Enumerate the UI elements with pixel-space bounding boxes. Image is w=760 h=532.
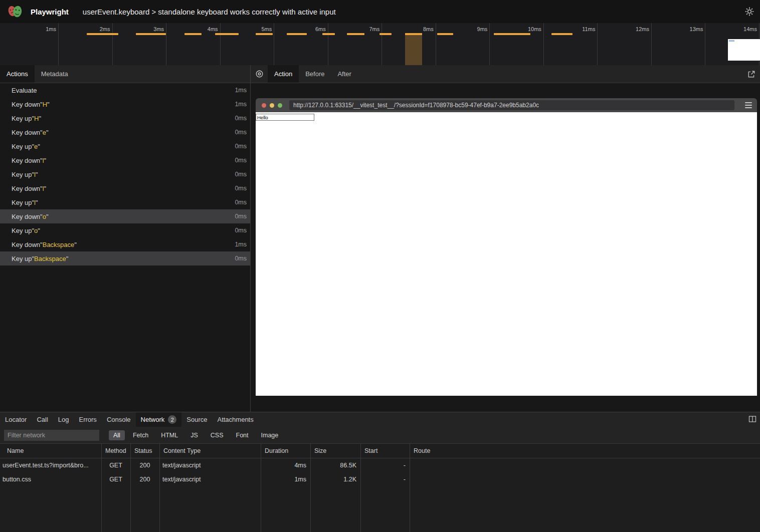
tab-errors[interactable]: Errors <box>74 412 101 427</box>
minimize-window-icon <box>270 103 274 108</box>
timeline-gridline <box>112 23 113 65</box>
filter-chip-html[interactable]: HTML <box>156 430 182 440</box>
resource-type-filters: AllFetchHTMLJSCSSFontImage <box>109 430 283 440</box>
action-row[interactable]: Key up "l"0ms <box>0 167 250 181</box>
top-bar: Playwright userEvent.keyboard > standalo… <box>0 0 760 23</box>
page-snapshot <box>256 112 757 396</box>
browser-menu-icon <box>745 102 752 108</box>
tab-log[interactable]: Log <box>53 412 74 427</box>
action-row[interactable]: Key up "H"0ms <box>0 111 250 125</box>
action-row[interactable]: Key down "Backspace"1ms <box>0 237 250 251</box>
network-cell <box>410 472 760 486</box>
test-title: userEvent.keyboard > standalone keyboard… <box>83 8 336 16</box>
filter-chip-all[interactable]: All <box>109 430 125 440</box>
action-title: Key down <box>12 129 40 136</box>
timeline-action-bar[interactable] <box>136 33 166 35</box>
timeline-tick-label: 6ms <box>295 26 326 32</box>
tab-metadata-label: Metadata <box>41 70 68 78</box>
address-bar: http://127.0.0.1:63315/__vitest_test__/?… <box>289 100 734 110</box>
column-separator <box>130 444 131 532</box>
tab-console[interactable]: Console <box>102 412 136 427</box>
action-row[interactable]: Key down "l"0ms <box>0 181 250 195</box>
timeline-action-bar[interactable] <box>347 33 364 35</box>
filter-chip-fetch[interactable]: Fetch <box>128 430 153 440</box>
tab-locator[interactable]: Locator <box>0 412 32 427</box>
action-row[interactable]: Key down "o"0ms <box>0 209 250 223</box>
pick-locator-button[interactable] <box>251 65 268 83</box>
tab-metadata[interactable]: Metadata <box>35 65 75 83</box>
tab-label: Locator <box>5 416 27 423</box>
action-row[interactable]: Key down "l"0ms <box>0 153 250 167</box>
timeline-gridline <box>705 23 705 65</box>
timeline-action-bar[interactable] <box>322 33 335 35</box>
timeline-action-bar[interactable] <box>437 33 453 35</box>
timeline-tick-label: 3ms <box>133 26 164 32</box>
tab-source[interactable]: Source <box>181 412 212 427</box>
timeline-action-bar[interactable] <box>256 33 273 35</box>
hello-text-input[interactable] <box>256 114 314 121</box>
app-name: Playwright <box>31 8 69 16</box>
column-separator <box>360 444 361 532</box>
column-separator <box>101 444 102 532</box>
timeline-action-bar[interactable] <box>184 33 202 35</box>
timeline[interactable]: 1ms2ms3ms4ms5ms6ms7ms8ms9ms10ms11ms12ms1… <box>0 23 760 65</box>
open-snapshot-button[interactable] <box>747 65 760 83</box>
action-duration: 0ms <box>235 157 247 164</box>
settings-gear-icon[interactable] <box>744 7 754 17</box>
timeline-gridline <box>651 23 652 65</box>
network-row[interactable]: button.cssGET200text/javascript1ms1.2K- <box>0 472 760 486</box>
action-title: Key up <box>12 115 32 122</box>
network-row[interactable]: userEvent.test.ts?import&bro...GET200tex… <box>0 458 760 472</box>
tab-before[interactable]: Before <box>299 65 331 83</box>
column-header-name: Name <box>0 444 101 458</box>
timeline-screenshot-thumbnail[interactable] <box>728 39 760 61</box>
timeline-action-bar[interactable] <box>215 33 239 35</box>
action-title: Key up <box>12 171 32 178</box>
network-table-body: userEvent.test.ts?import&bro...GET200tex… <box>0 458 760 486</box>
filter-chip-image[interactable]: Image <box>257 430 283 440</box>
tab-network[interactable]: Network2 <box>136 412 182 427</box>
tab-after[interactable]: After <box>331 65 357 83</box>
filter-chip-js[interactable]: JS <box>186 430 203 440</box>
tab-after-label: After <box>337 70 351 78</box>
action-key-value: e <box>34 143 38 150</box>
action-title: Key down <box>12 213 40 220</box>
tab-action[interactable]: Action <box>268 65 299 83</box>
column-separator <box>410 444 410 532</box>
tab-label: Call <box>37 416 48 423</box>
tab-call[interactable]: Call <box>32 412 53 427</box>
network-cell: - <box>360 458 410 472</box>
network-cell: 200 <box>130 458 159 472</box>
action-row[interactable]: Key up "e"0ms <box>0 139 250 153</box>
tab-attachments[interactable]: Attachments <box>212 412 258 427</box>
action-row[interactable]: Key up "Backspace"0ms <box>0 251 250 265</box>
tab-actions[interactable]: Actions <box>0 65 35 83</box>
main-split: Actions Metadata Evaluate1msKey down "H"… <box>0 65 760 412</box>
split-view-icon[interactable] <box>748 415 756 423</box>
timeline-tick-label: 7ms <box>348 26 379 32</box>
filter-network-input[interactable] <box>4 430 99 441</box>
network-cell: text/javascript <box>159 458 261 472</box>
action-row[interactable]: Key up "l"0ms <box>0 195 250 209</box>
action-title: Key up <box>12 199 32 206</box>
timeline-action-bar[interactable] <box>494 33 530 35</box>
filter-chip-css[interactable]: CSS <box>206 430 228 440</box>
tab-before-label: Before <box>305 70 324 78</box>
network-cell: 86.5K <box>310 458 360 472</box>
action-title: Key up <box>12 143 32 150</box>
column-separator <box>159 444 160 532</box>
action-row[interactable]: Key down "e"0ms <box>0 125 250 139</box>
timeline-action-bar[interactable] <box>87 33 118 35</box>
timeline-selected-action-bar[interactable] <box>405 33 422 65</box>
timeline-action-bar[interactable] <box>287 33 307 35</box>
filter-chip-font[interactable]: Font <box>232 430 253 440</box>
close-window-icon <box>262 103 266 108</box>
timeline-tick-label: 10ms <box>510 26 541 32</box>
timeline-action-bar[interactable] <box>379 33 392 35</box>
action-row[interactable]: Evaluate1ms <box>0 83 250 97</box>
timeline-action-bar[interactable] <box>551 33 573 35</box>
action-title: Key down <box>12 157 40 164</box>
action-row[interactable]: Key down "H"1ms <box>0 97 250 111</box>
action-row[interactable]: Key up "o"0ms <box>0 223 250 237</box>
timeline-gridline <box>489 23 490 65</box>
